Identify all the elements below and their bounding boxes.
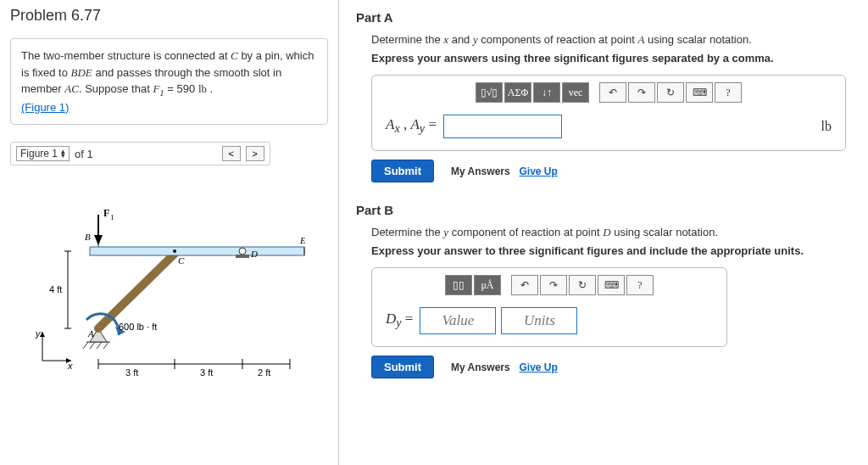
svg-line-3 <box>97 342 102 349</box>
svg-text:2 ft: 2 ft <box>258 367 270 378</box>
svg-point-8 <box>239 248 246 255</box>
toolbar-b: ▯▯ μÅ ↶ ↷ ↻ ⌨ ? <box>372 268 726 299</box>
redo-button[interactable]: ↷ <box>628 82 655 103</box>
figure-prev-button[interactable]: < <box>222 146 241 161</box>
help-button[interactable]: ? <box>626 275 654 295</box>
svg-text:600 lb · ft: 600 lb · ft <box>119 322 157 332</box>
undo-button[interactable]: ↶ <box>511 275 538 295</box>
v: A <box>386 116 394 132</box>
figure-area: F1 B E C D A 4 ft 600 lb · ft 3 ft 3 ft … <box>10 182 328 397</box>
figure-link[interactable]: (Figure 1) <box>21 101 69 114</box>
svg-text:1: 1 <box>110 213 114 221</box>
submit-button-a[interactable]: Submit <box>371 160 434 182</box>
redo-button[interactable]: ↷ <box>540 275 567 295</box>
svg-text:4 ft: 4 ft <box>49 284 62 294</box>
units-input-b[interactable] <box>501 307 577 334</box>
figure-of: of 1 <box>75 148 93 160</box>
part-b-title: Part B <box>356 203 851 217</box>
v: A <box>410 116 419 132</box>
submit-button-b[interactable]: Submit <box>371 356 434 378</box>
svg-marker-20 <box>40 332 45 337</box>
my-answers-label: My Answers <box>451 165 510 177</box>
equation-lhs: Ax , Ay = <box>386 116 437 136</box>
figure-next-button[interactable]: > <box>246 146 264 161</box>
svg-rect-7 <box>90 247 305 255</box>
undo-button[interactable]: ↶ <box>599 82 626 103</box>
part-a-instructions: Express your answers using three signifi… <box>371 52 851 64</box>
right-column: Part A Determine the x and y components … <box>339 0 868 465</box>
svg-marker-27 <box>303 247 305 255</box>
var-AC: AC <box>64 82 79 95</box>
left-column: Problem 6.77 The two-member structure is… <box>0 0 339 465</box>
svg-line-2 <box>90 342 95 349</box>
equation-row-b: Dy = <box>372 299 726 346</box>
eq: = <box>425 116 437 132</box>
submit-row-b: Submit My Answers Give Up <box>371 356 851 378</box>
part-a-title: Part A <box>356 10 851 25</box>
problem-description: The two-member structure is connected at… <box>10 38 328 125</box>
svg-text:3 ft: 3 ft <box>200 367 213 378</box>
toolbar-a: ▯√▯ ΑΣΦ ↓↑ vec ↶ ↷ ↻ ⌨ ? <box>372 76 845 106</box>
reset-button[interactable]: ↻ <box>569 275 596 295</box>
t: component of reaction at point <box>448 226 603 238</box>
my-answers-label: My Answers <box>451 361 510 373</box>
svg-line-4 <box>103 342 108 349</box>
part-a-prompt: Determine the x and y components of reac… <box>371 33 851 47</box>
var-BDE: BDE <box>71 66 92 79</box>
svg-text:C: C <box>178 255 185 266</box>
units-button[interactable]: μÅ <box>474 275 501 295</box>
desc-eq: = 590 <box>164 82 198 95</box>
answers-links: My Answers Give Up <box>451 165 558 177</box>
keyboard-button[interactable]: ⌨ <box>686 82 713 103</box>
submit-row-a: Submit My Answers Give Up <box>371 160 851 182</box>
figure-nav: Figure 1 ▴▾ of 1 < > <box>10 142 270 165</box>
symbols-button[interactable]: ΑΣΦ <box>504 82 531 103</box>
t: Determine the <box>371 33 443 46</box>
help-button[interactable]: ? <box>715 82 742 103</box>
svg-text:A: A <box>87 328 94 339</box>
answer-input-a[interactable] <box>443 115 562 138</box>
t: and <box>448 33 473 46</box>
t: Determine the <box>371 226 443 238</box>
keyboard-button[interactable]: ⌨ <box>598 275 625 295</box>
svg-line-1 <box>83 342 88 349</box>
sep: , <box>400 116 411 132</box>
equation-row-a: Ax , Ay = lb <box>372 106 845 150</box>
figure-diagram: F1 B E C D A 4 ft 600 lb · ft 3 ft 3 ft … <box>34 191 305 386</box>
var-D: D <box>603 226 610 238</box>
svg-rect-9 <box>236 255 249 258</box>
svg-point-26 <box>173 249 176 253</box>
t: using scalar notation. <box>611 226 718 238</box>
svg-text:3 ft: 3 ft <box>125 367 138 378</box>
vector-button[interactable]: vec <box>562 82 589 103</box>
answer-box-b: ▯▯ μÅ ↶ ↷ ↻ ⌨ ? Dy = <box>371 267 727 347</box>
figure-select[interactable]: Figure 1 ▴▾ <box>16 146 70 161</box>
figure-select-label: Figure 1 <box>20 148 58 160</box>
give-up-link[interactable]: Give Up <box>520 361 558 373</box>
svg-text:E: E <box>299 235 305 245</box>
svg-text:F: F <box>103 207 109 219</box>
svg-text:y: y <box>35 328 42 339</box>
eq: = <box>402 311 414 327</box>
answer-box-a: ▯√▯ ΑΣΦ ↓↑ vec ↶ ↷ ↻ ⌨ ? Ax , Ay = lb <box>371 75 846 151</box>
template-button[interactable]: ▯▯ <box>445 275 472 295</box>
unit-label: lb <box>821 119 832 134</box>
var-C: C <box>231 49 238 62</box>
give-up-link[interactable]: Give Up <box>520 165 558 177</box>
part-b-prompt: Determine the y component of reaction at… <box>371 226 851 239</box>
desc-end: . <box>207 82 213 95</box>
value-input-b[interactable] <box>420 307 496 334</box>
reset-button[interactable]: ↻ <box>657 82 684 103</box>
svg-text:D: D <box>250 249 258 259</box>
template-button[interactable]: ▯√▯ <box>476 82 503 103</box>
v: D <box>386 311 396 327</box>
caret-icon: ▴▾ <box>61 149 65 158</box>
desc-text: . Suppose that <box>79 82 153 95</box>
equation-lhs: Dy = <box>386 311 413 330</box>
svg-text:x: x <box>67 361 73 371</box>
unit-lb: lb <box>198 82 207 95</box>
subscripts-button[interactable]: ↓↑ <box>533 82 560 103</box>
desc-text: The two-member structure is connected at <box>21 49 231 62</box>
part-b-instructions: Express your answer to three significant… <box>371 244 851 257</box>
problem-title: Problem 6.77 <box>10 7 328 25</box>
